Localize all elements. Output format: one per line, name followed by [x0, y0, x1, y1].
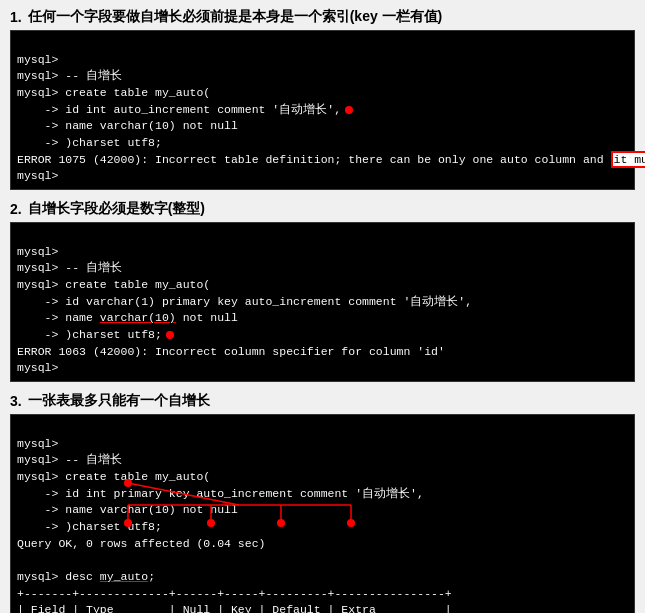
term3-line3: mysql> create table my_auto(: [17, 470, 210, 483]
term3-query: Query OK, 0 rows affected (0.04 sec): [17, 537, 265, 550]
term1-line3: mysql> create table my_auto(: [17, 86, 210, 99]
term2-line5: -> name varchar(10) not null: [17, 311, 238, 324]
terminal-2: mysql> mysql> -- 自增长 mysql> create table…: [10, 222, 635, 382]
term2-line4: -> id varchar(1) primary key auto_increm…: [17, 295, 472, 308]
term2-line3: mysql> create table my_auto(: [17, 278, 210, 291]
section-1-number: 1.: [10, 9, 22, 25]
svg-point-1: [207, 519, 215, 527]
term1-line1: mysql>: [17, 53, 58, 66]
term3-line6: -> )charset utf8;: [17, 520, 162, 533]
term1-line5: -> name varchar(10) not null: [17, 119, 238, 132]
section-2-text: 自增长字段必须是数字(整型): [28, 200, 205, 218]
section-2: 2. 自增长字段必须是数字(整型) mysql> mysql> -- 自增长 m…: [10, 200, 635, 382]
term3-line1: mysql>: [17, 437, 58, 450]
section-3-number: 3.: [10, 393, 22, 409]
term2-line6: -> )charset utf8;: [17, 328, 174, 341]
term1-line2: mysql> -- 自增长: [17, 69, 122, 82]
term3-table-border1: +-------+-------------+------+-----+----…: [17, 587, 452, 600]
term2-error: ERROR 1063 (42000): Incorrect column spe…: [17, 345, 445, 358]
section-1-title: 1. 任何一个字段要做自增长必须前提是本身是一个索引(key 一栏有值): [10, 8, 635, 26]
svg-point-3: [347, 519, 355, 527]
term3-blank: [17, 553, 24, 566]
term1-error: ERROR 1075 (42000): Incorrect table defi…: [17, 151, 645, 168]
term3-line5: -> name varchar(10) not null: [17, 503, 238, 516]
terminal-3: mysql> mysql> -- 自增长 mysql> create table…: [10, 414, 635, 613]
term2-underline: varchar(10): [100, 311, 176, 324]
section-2-title: 2. 自增长字段必须是数字(整型): [10, 200, 635, 218]
term2-line2: mysql> -- 自增长: [17, 261, 122, 274]
section-3-title: 3. 一张表最多只能有一个自增长: [10, 392, 635, 410]
term3-line2: mysql> -- 自增长: [17, 453, 122, 466]
term1-highlight: it must be defined as a key: [611, 151, 646, 168]
terminal-1: mysql> mysql> -- 自增长 mysql> create table…: [10, 30, 635, 190]
term3-myauto-underline: my_auto: [100, 570, 148, 583]
term3-line4: -> id int primary key auto_increment com…: [17, 487, 424, 500]
term1-line6: -> )charset utf8;: [17, 136, 162, 149]
term2-line8: mysql>: [17, 361, 58, 374]
term3-desc: mysql> desc my_auto;: [17, 570, 155, 583]
section-1: 1. 任何一个字段要做自增长必须前提是本身是一个索引(key 一栏有值) mys…: [10, 8, 635, 190]
section-2-number: 2.: [10, 201, 22, 217]
section-3-text: 一张表最多只能有一个自增长: [28, 392, 210, 410]
section-3: 3. 一张表最多只能有一个自增长 mysql> mysql> -- 自增长 my…: [10, 392, 635, 613]
section-1-text: 任何一个字段要做自增长必须前提是本身是一个索引(key 一栏有值): [28, 8, 443, 26]
svg-point-2: [277, 519, 285, 527]
term3-table-header: | Field | Type | Null | Key | Default | …: [17, 603, 452, 613]
term1-line4: -> id int auto_increment comment '自动增长',: [17, 103, 353, 116]
term2-line1: mysql>: [17, 245, 58, 258]
term1-line8: mysql>: [17, 169, 58, 182]
